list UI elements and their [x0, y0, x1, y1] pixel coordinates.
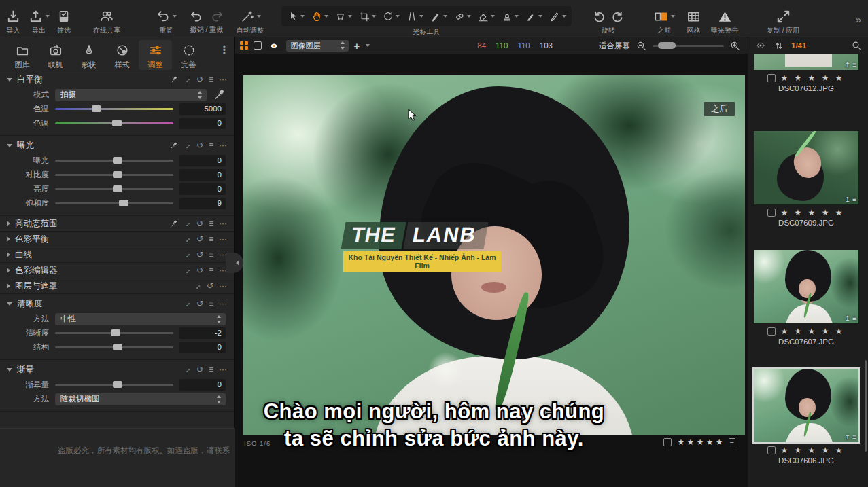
panel-color-balance[interactable]: 色彩平衡 ↔ ↺ ≡ ···: [0, 232, 234, 247]
thumbnail-image[interactable]: ↥≡: [754, 250, 858, 323]
panel-header[interactable]: 白平衡 ↔ ↺ ≡ ···: [0, 71, 234, 88]
reset-icon[interactable]: ↺: [196, 266, 203, 274]
presets-menu-icon[interactable]: ≡: [209, 266, 213, 274]
expand-icon[interactable]: ↔: [182, 249, 193, 260]
thumbnail-item[interactable]: ↥≡ ★ ★ ★ ★ ★ DSC07612.JPG: [754, 54, 858, 92]
thumbnail-item[interactable]: ↥≡ ★ ★ ★ ★ ★ DSC07609.JPG: [754, 131, 858, 227]
slider-knob[interactable]: [113, 185, 122, 192]
slider-knob[interactable]: [119, 200, 128, 206]
select-tool[interactable]: [287, 10, 305, 22]
more-icon[interactable]: ···: [219, 75, 227, 84]
sort-updown-icon[interactable]: [774, 41, 784, 51]
filter-button[interactable]: 筛选: [56, 1, 71, 35]
expand-icon[interactable]: ↔: [182, 218, 193, 229]
slider-knob[interactable]: [92, 105, 101, 112]
pen-tool[interactable]: [549, 10, 566, 22]
panel-header[interactable]: 曝光 ↔ ↺ ≡ ···: [0, 137, 234, 154]
auto-adjust-button[interactable]: 自动调整: [237, 1, 264, 35]
grid-button[interactable]: 网格: [686, 1, 701, 35]
draw-mask-tool[interactable]: [525, 10, 542, 22]
expand-icon[interactable]: ↔: [182, 298, 193, 309]
expand-icon[interactable]: ↔: [192, 281, 203, 291]
reset-icon[interactable]: ↺: [196, 365, 203, 374]
wb-mode-select[interactable]: 拍摄: [55, 89, 207, 101]
reset-icon[interactable]: ↺: [196, 141, 203, 149]
more-icon[interactable]: ···: [219, 141, 227, 149]
tab-refine[interactable]: 完善: [172, 40, 205, 70]
rotate-right-icon[interactable]: [610, 10, 625, 24]
reset-icon[interactable]: ↺: [196, 235, 203, 243]
thumb-stars[interactable]: ★ ★ ★ ★ ★: [780, 208, 844, 217]
more-icon[interactable]: ···: [219, 235, 227, 243]
vignette-slider[interactable]: [55, 384, 173, 386]
slider-knob[interactable]: [113, 381, 122, 388]
thumb-checkbox[interactable]: [767, 74, 776, 82]
clarity-method-select[interactable]: 中性: [55, 313, 226, 325]
online-share-button[interactable]: 在线共享: [93, 1, 120, 35]
add-layer-button[interactable]: +: [354, 41, 360, 51]
saturation-slider[interactable]: [55, 202, 173, 204]
crop-tool[interactable]: [358, 10, 376, 22]
thumb-checkbox[interactable]: [767, 209, 776, 217]
temp-slider[interactable]: [55, 108, 173, 110]
rating-checkbox[interactable]: [663, 438, 672, 446]
saturation-value[interactable]: 9: [179, 198, 226, 209]
tab-tether[interactable]: 联机: [39, 40, 72, 70]
picker-pen-icon[interactable]: [169, 219, 178, 228]
picker-pen-icon[interactable]: [169, 75, 178, 84]
list-icon[interactable]: ≡: [729, 438, 735, 446]
zoom-slider-knob[interactable]: [658, 42, 676, 49]
tab-styles[interactable]: 样式: [105, 40, 139, 70]
expand-icon[interactable]: ↔: [182, 364, 193, 375]
panel-color-editor[interactable]: 色彩编辑器 ↔ ↺ ≡ ···: [0, 263, 234, 278]
clarity-value[interactable]: -2: [179, 327, 226, 339]
panel-header[interactable]: 渐晕 ↔ ↺ ≡ ···: [0, 361, 234, 378]
presets-menu-icon[interactable]: ≡: [209, 251, 213, 259]
thumbnail-item-selected[interactable]: ↥≡ ★ ★ ★ ★ ★ DSC07606.JPG: [754, 369, 858, 465]
single-view-icon[interactable]: [254, 41, 262, 50]
panel-hdr[interactable]: 高动态范围 ↔ ↺ ≡ ···: [0, 216, 234, 232]
reset-icon[interactable]: ↺: [196, 219, 203, 228]
structure-slider[interactable]: [55, 346, 173, 348]
photo-canvas[interactable]: 之后 THE LANB Kho Tài Nguyên Thiết Kế - Nh…: [243, 75, 745, 435]
before-after-button[interactable]: 之前: [653, 1, 675, 35]
more-icon[interactable]: ···: [219, 365, 227, 374]
expand-icon[interactable]: ↔: [182, 265, 193, 276]
export-button[interactable]: 导出: [28, 1, 50, 35]
thumb-checkbox[interactable]: [767, 327, 776, 336]
expand-icon[interactable]: ↔: [182, 234, 193, 245]
chevron-down-icon[interactable]: [366, 44, 370, 47]
brightness-value[interactable]: 0: [179, 183, 226, 195]
star-rating[interactable]: ★ ★ ★ ★ ★: [677, 437, 723, 447]
reset-button[interactable]: 重置: [156, 1, 177, 35]
multi-view-icon[interactable]: [240, 41, 248, 50]
tab-library[interactable]: 图库: [5, 40, 39, 70]
clone-tool[interactable]: [501, 10, 519, 22]
browser-scrollbar[interactable]: [865, 360, 867, 452]
brightness-slider[interactable]: [55, 188, 173, 190]
thumbnail-item[interactable]: ↥≡ ★ ★ ★ ★ ★ DSC07607.JPG: [754, 250, 858, 346]
thumbnail-image[interactable]: ↥≡: [754, 131, 858, 204]
pan-tool[interactable]: [311, 10, 328, 22]
reset-icon[interactable]: ↺: [196, 75, 203, 84]
expand-icon[interactable]: ↔: [182, 74, 193, 85]
spot-tool[interactable]: [430, 10, 447, 22]
erase-tool[interactable]: [477, 10, 495, 22]
rotate-left-icon[interactable]: [592, 10, 606, 24]
vignette-amount-value[interactable]: 0: [179, 379, 226, 391]
panel-layers-masks[interactable]: 图层与遮罩 ↔ ↺ ···: [0, 278, 234, 294]
redo-icon[interactable]: [210, 10, 224, 24]
eye-icon[interactable]: [754, 41, 767, 50]
contrast-value[interactable]: 0: [179, 169, 226, 181]
slider-knob[interactable]: [112, 120, 122, 126]
picker-pen-icon[interactable]: [169, 141, 178, 150]
slider-knob[interactable]: [113, 171, 122, 178]
zoom-out-icon[interactable]: [636, 40, 647, 52]
undo-icon[interactable]: [189, 10, 203, 24]
zoom-in-icon[interactable]: [729, 40, 741, 52]
exposure-slider[interactable]: [55, 160, 173, 162]
temp-value[interactable]: 5000: [179, 103, 226, 115]
exposure-value[interactable]: 0: [179, 155, 226, 166]
panel-curves[interactable]: 曲线 ↔ ↺ ≡ ···: [0, 247, 234, 263]
clarity-slider[interactable]: [55, 332, 173, 334]
